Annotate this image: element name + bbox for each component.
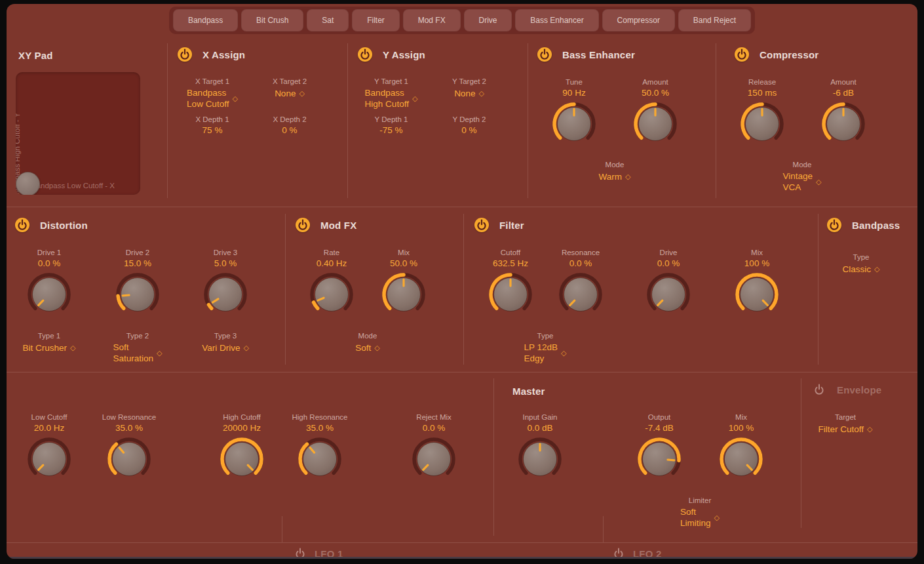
tune-value[interactable]: 90 Hz bbox=[538, 88, 610, 98]
toolbar-button-sat[interactable]: Sat bbox=[307, 9, 349, 31]
x-depth-2-field: X Depth 2 0 % bbox=[254, 115, 326, 136]
toolbar-button-bandpass[interactable]: Bandpass bbox=[173, 9, 238, 31]
drive3-value[interactable]: 5.0 % bbox=[189, 258, 261, 269]
envelope-power-button[interactable] bbox=[812, 382, 826, 397]
filter-drive-value[interactable]: 0.0 % bbox=[632, 258, 704, 269]
tune-knob[interactable] bbox=[551, 101, 597, 147]
envelope-target-value[interactable]: Filter Cutoff bbox=[809, 423, 881, 435]
cutoff-knob[interactable] bbox=[488, 272, 533, 317]
reject-mix-knob[interactable] bbox=[411, 436, 457, 482]
bandpass-power-button[interactable] bbox=[827, 218, 841, 232]
high-cutoff-label: High Cutoff bbox=[206, 413, 278, 422]
bass-amount-value[interactable]: 50.0 % bbox=[619, 88, 691, 98]
y-depth-2-value[interactable]: 0 % bbox=[433, 125, 505, 136]
resonance-knob[interactable] bbox=[558, 272, 604, 317]
output-value[interactable]: -7.4 dB bbox=[623, 423, 695, 433]
limiter-value[interactable]: Soft Limiting bbox=[664, 506, 736, 529]
cutoff-value[interactable]: 632.5 Hz bbox=[474, 258, 547, 269]
x-target-2-field: X Target 2 None bbox=[254, 77, 326, 99]
filter-mix-value[interactable]: 100 % bbox=[721, 258, 793, 269]
y-target-2-value[interactable]: None bbox=[433, 87, 505, 99]
release-knob[interactable] bbox=[739, 101, 785, 147]
distortion-title: Distortion bbox=[40, 220, 88, 232]
mod-fx-power-button[interactable] bbox=[296, 218, 310, 232]
toolbar-button-compressor[interactable]: Compressor bbox=[602, 9, 675, 31]
reject-mix-label: Reject Mix bbox=[398, 413, 470, 422]
x-target-1-label: X Target 1 bbox=[176, 77, 248, 86]
type3-field: Type 3 Vari Drive bbox=[189, 331, 261, 353]
compressor-power-button[interactable] bbox=[735, 47, 749, 62]
x-target-1-value[interactable]: Bandpass Low Cutoff bbox=[176, 87, 248, 110]
high-cutoff-knob[interactable] bbox=[219, 436, 265, 482]
mod-mix-value[interactable]: 50.0 % bbox=[368, 258, 440, 269]
cutoff-label: Cutoff bbox=[474, 248, 547, 257]
resonance-value[interactable]: 0.0 % bbox=[545, 258, 617, 269]
comp-amount-value[interactable]: -6 dB bbox=[807, 88, 879, 98]
x-depth-2-value[interactable]: 0 % bbox=[254, 125, 326, 136]
high-resonance-knob[interactable] bbox=[297, 436, 343, 482]
master-mix-value[interactable]: 100 % bbox=[705, 423, 777, 433]
envelope-title: Envelope bbox=[837, 384, 881, 396]
drive3-knob[interactable] bbox=[202, 272, 248, 317]
toolbar-button-band-reject[interactable]: Band Reject bbox=[678, 9, 751, 31]
mod-mode-value[interactable]: Soft bbox=[332, 342, 404, 353]
dropdown-chevron-icon bbox=[157, 347, 162, 359]
master-mix-knob[interactable] bbox=[718, 436, 764, 482]
filter-type-value[interactable]: LP 12dB Edgy bbox=[509, 342, 581, 364]
toolbar-button-mod-fx[interactable]: Mod FX bbox=[403, 9, 461, 31]
dropdown-chevron-icon bbox=[412, 92, 417, 104]
rate-value[interactable]: 0.40 Hz bbox=[296, 258, 368, 269]
type1-value[interactable]: Bit Crusher bbox=[13, 342, 85, 353]
drive1-value[interactable]: 0.0 % bbox=[13, 258, 85, 269]
input-gain-value[interactable]: 0.0 dB bbox=[504, 423, 576, 433]
toolbar-button-bass-enhancer[interactable]: Bass Enhancer bbox=[515, 9, 598, 31]
release-value[interactable]: 150 ms bbox=[726, 88, 798, 98]
toolbar-button-drive[interactable]: Drive bbox=[464, 9, 512, 31]
drive2-value[interactable]: 15.0 % bbox=[102, 258, 174, 269]
bass-enhancer-power-button[interactable] bbox=[537, 47, 552, 62]
low-resonance-value[interactable]: 35.0 % bbox=[93, 423, 165, 433]
x-target-2-value[interactable]: None bbox=[254, 87, 326, 99]
xy-pad[interactable]: Bandpass High Cutoff - Y Bandpass Low Cu… bbox=[16, 72, 140, 195]
xy-pad-puck[interactable] bbox=[16, 172, 40, 195]
bandpass-type-value[interactable]: Classic bbox=[825, 263, 897, 275]
low-resonance-knob[interactable] bbox=[106, 436, 152, 482]
output-knob-group: Output -7.4 dB bbox=[623, 413, 695, 482]
type3-label: Type 3 bbox=[189, 331, 261, 340]
toolbar-button-filter[interactable]: Filter bbox=[352, 9, 400, 31]
x-assign-power-button[interactable] bbox=[178, 47, 192, 62]
type2-value[interactable]: Soft Saturation bbox=[102, 342, 174, 364]
comp-mode-field: Mode Vintage VCA bbox=[766, 160, 838, 193]
filter-type-field: Type LP 12dB Edgy bbox=[509, 331, 581, 364]
low-cutoff-value[interactable]: 20.0 Hz bbox=[13, 423, 85, 433]
filter-drive-knob[interactable] bbox=[645, 272, 691, 317]
bass-amount-knob[interactable] bbox=[632, 101, 678, 147]
output-knob[interactable] bbox=[636, 436, 682, 482]
reject-mix-value[interactable]: 0.0 % bbox=[398, 423, 470, 433]
filter-power-button[interactable] bbox=[474, 218, 489, 232]
toolbar-button-bit-crush[interactable]: Bit Crush bbox=[241, 9, 303, 31]
divider bbox=[493, 378, 494, 536]
drive2-label: Drive 2 bbox=[102, 248, 174, 257]
comp-amount-knob[interactable] bbox=[820, 101, 866, 147]
drive1-knob[interactable] bbox=[26, 272, 72, 317]
filter-mix-knob[interactable] bbox=[734, 272, 780, 317]
mod-mix-knob[interactable] bbox=[381, 272, 427, 317]
low-cutoff-knob[interactable] bbox=[26, 436, 72, 482]
divider bbox=[347, 43, 348, 198]
bass-mode-value[interactable]: Warm bbox=[579, 171, 651, 182]
type3-value[interactable]: Vari Drive bbox=[189, 342, 261, 353]
comp-mode-value[interactable]: Vintage VCA bbox=[766, 171, 838, 193]
distortion-power-button[interactable] bbox=[15, 218, 29, 232]
high-cutoff-value[interactable]: 20000 Hz bbox=[206, 423, 278, 433]
y-depth-1-value[interactable]: -75 % bbox=[355, 125, 427, 136]
high-resonance-value[interactable]: 35.0 % bbox=[284, 423, 356, 433]
rate-knob[interactable] bbox=[309, 272, 355, 317]
y-target-1-value[interactable]: Bandpass High Cutoff bbox=[355, 87, 427, 110]
drive2-knob[interactable] bbox=[115, 272, 161, 317]
y-assign-power-button[interactable] bbox=[358, 47, 372, 62]
input-gain-knob[interactable] bbox=[517, 436, 563, 482]
filter-drive-label: Drive bbox=[632, 248, 704, 257]
x-depth-1-value[interactable]: 75 % bbox=[176, 125, 248, 136]
y-target-2-label: Y Target 2 bbox=[433, 77, 505, 86]
